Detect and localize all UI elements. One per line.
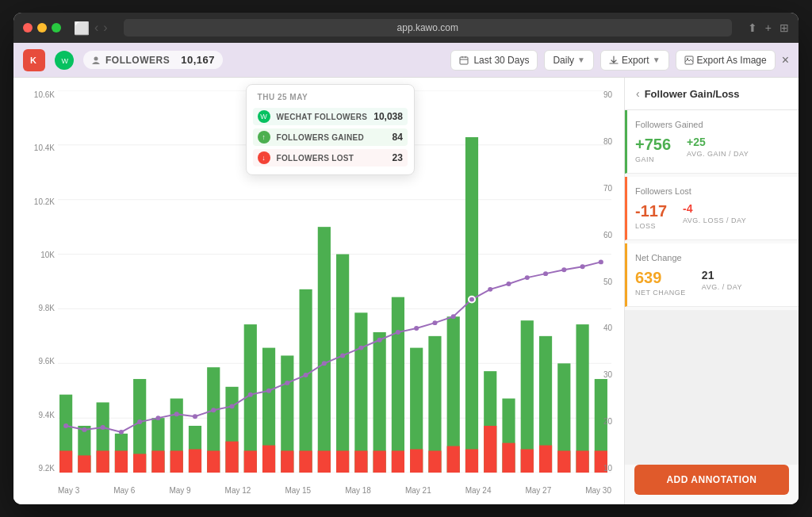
avg-loss-label: AVG. LOSS / DAY [683,216,746,224]
dropdown-arrow-icon: ▼ [577,56,585,64]
svg-rect-20 [59,450,72,473]
tooltip-date: THU 25 MAY [258,93,403,101]
tab-label[interactable]: FOLLOWERS 10,167 [83,51,223,69]
minimize-traffic-light[interactable] [37,23,47,33]
x-label-5: May 18 [345,486,371,495]
svg-rect-42 [262,446,275,473]
svg-rect-38 [225,442,238,473]
grid-icon[interactable]: ⊞ [779,21,789,34]
export-button[interactable]: Export ▼ [600,50,669,71]
browser-chrome: ⬜ ‹ › app.kawo.com ⬆ + ⊞ [13,13,799,43]
svg-point-94 [340,353,345,358]
panel-title: Follower Gain/Loss [645,88,740,100]
gained-value: 84 [393,132,403,143]
svg-rect-74 [557,450,570,473]
share-icon[interactable]: ⬆ [748,21,757,34]
svg-point-87 [211,408,216,412]
y-label-4: 9.8K [38,304,55,312]
close-traffic-light[interactable] [23,23,33,33]
svg-point-106 [561,267,566,272]
svg-rect-70 [521,449,534,473]
svg-point-92 [304,373,308,377]
gain-stat: +756 GAIN [635,136,671,163]
panel-header: ‹ Follower Gain/Loss [625,78,799,110]
url-text: app.kawo.com [397,22,458,33]
avg-net-stat: 21 AVG. / DAY [702,269,742,297]
avg-net-label: AVG. / DAY [702,283,742,291]
forward-button[interactable]: ‹ [94,21,98,35]
date-range-text: Last 30 Days [473,55,529,66]
svg-point-84 [155,416,160,420]
y-right-5: 40 [603,324,612,332]
tooltip-gained-row: ↑ FOLLOWERS GAINED 84 [253,128,408,146]
svg-point-85 [174,412,179,416]
svg-rect-44 [281,450,293,473]
y-label-2: 10.2K [34,197,55,206]
svg-rect-76 [576,450,588,473]
net-change-card: Net Change 639 NET CHANGE 21 AVG. / DAY [625,243,799,307]
svg-rect-50 [336,450,349,473]
gained-metric-label: FOLLOWERS GAINED [277,133,386,142]
x-label-9: May 30 [585,486,611,495]
svg-point-91 [285,381,289,385]
avg-gain-stat: +25 AVG. GAIN / DAY [687,136,749,163]
loss-value: -117 [635,202,667,220]
x-label-1: May 6 [113,486,135,495]
svg-rect-64 [465,449,478,473]
svg-text:K: K [30,56,36,65]
svg-point-107 [580,264,585,269]
y-axis-right: 90 80 70 60 50 40 30 20 10 [603,90,624,473]
svg-point-103 [506,281,511,286]
svg-point-104 [525,275,530,280]
x-label-8: May 27 [525,486,551,495]
svg-point-97 [396,330,400,335]
avg-gain-value: +25 [687,136,749,148]
avg-loss-value: -4 [683,202,746,215]
gain-label: GAIN [635,155,671,163]
y-right-6: 30 [603,370,612,379]
app-container: K W FOLLOWERS 10,167 [13,43,799,504]
svg-rect-75 [576,324,588,473]
y-label-3: 10K [40,251,55,259]
svg-rect-58 [410,449,423,473]
svg-rect-26 [115,450,128,473]
add-tab-icon[interactable]: + [765,21,772,34]
close-button[interactable]: × [782,53,789,67]
add-annotation-button[interactable]: ADD ANNOTATION [634,465,789,495]
svg-point-101 [469,297,475,303]
x-label-6: May 21 [405,486,431,495]
fullscreen-traffic-light[interactable] [52,23,61,33]
back-button[interactable]: ⬜ [74,21,90,36]
chart-tooltip: THU 25 MAY W WECHAT FOLLOWERS 10,038 ↑ F… [246,84,415,175]
lost-tooltip-icon: ↓ [258,151,270,164]
address-bar[interactable]: app.kawo.com [124,19,732,36]
svg-point-95 [358,346,363,350]
svg-rect-55 [392,297,404,473]
svg-point-93 [322,361,327,366]
wechat-metric-label: WECHAT FOLLOWERS [277,113,368,121]
export-dropdown-icon: ▼ [653,56,661,64]
avg-loss-stat: -4 AVG. LOSS / DAY [683,202,746,230]
svg-point-4 [94,56,98,60]
forward-nav-button[interactable]: › [103,21,107,35]
y-right-1: 80 [603,137,612,146]
x-label-0: May 3 [58,486,79,495]
frequency-text: Daily [553,55,574,66]
y-right-3: 60 [603,231,612,239]
x-label-4: May 15 [285,486,311,495]
followers-icon [91,56,101,65]
x-axis: May 3 May 6 May 9 May 12 May 15 May 18 M… [58,486,611,495]
svg-point-100 [451,314,456,319]
date-range-button[interactable]: Last 30 Days [450,50,538,71]
image-icon [684,56,694,65]
panel-back-arrow[interactable]: ‹ [636,87,640,100]
frequency-button[interactable]: Daily ▼ [544,50,594,71]
gained-tooltip-icon: ↑ [258,131,270,144]
svg-rect-56 [392,450,404,473]
export-text: Export [622,55,649,66]
export-image-button[interactable]: Export As Image [676,50,776,71]
svg-rect-32 [170,450,183,473]
y-right-7: 20 [603,417,612,426]
browser-window: ⬜ ‹ › app.kawo.com ⬆ + ⊞ K W [13,13,799,504]
avg-net-value: 21 [702,269,742,281]
